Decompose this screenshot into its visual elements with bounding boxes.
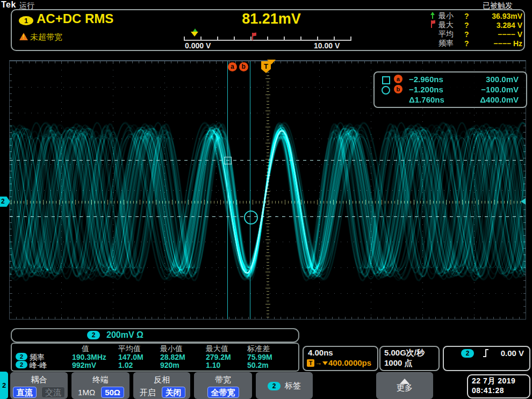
row-channel-badge: 2 xyxy=(16,361,27,368)
measurement-stats: 最小 ? 36.93mV 最大 ? 3.284 V 平均 ? −−−− V 频率… xyxy=(430,11,522,48)
stat-row-max: 最大 ? 3.284 V xyxy=(430,20,522,30)
range-scale-line xyxy=(184,40,351,41)
table-cell: 28.82M xyxy=(160,353,185,361)
sample-rate-value: 5.00G次/秒 xyxy=(384,348,425,358)
channel-2-badge[interactable]: 2 xyxy=(87,331,100,339)
cursor-readout-box: a −2.960ns 300.0mV b −1.200ns −100.0mV Δ… xyxy=(373,71,527,108)
table-cell: 50.2m xyxy=(247,361,269,369)
menu-title: 更多 xyxy=(397,383,413,393)
cursor-b-vertical-line[interactable] xyxy=(250,61,250,319)
cursor-a-vertical-line[interactable] xyxy=(227,61,228,319)
warning-text: 未超带宽 xyxy=(30,32,62,42)
menu-title: 耦合 xyxy=(10,375,68,385)
table-cell: 920m xyxy=(160,361,179,369)
stat-value: 36.93mV xyxy=(473,12,522,20)
label-channel-badge: 2 xyxy=(268,382,281,390)
trigger-delay-readout: T → 400.0000ps xyxy=(307,358,371,367)
stat-value: 3.284 V xyxy=(473,21,522,30)
horizontal-scale-value: 4.00ns xyxy=(308,348,333,357)
channel-scale-bar[interactable]: 2 200mV Ω xyxy=(11,328,299,343)
right-arrow-icon: → xyxy=(315,359,322,367)
range-min-label: 0.000 V xyxy=(185,41,211,50)
trigger-source-badge: 2 xyxy=(461,349,474,358)
cursor-b-time: −1.200ns xyxy=(409,85,443,94)
menu-button-bandwidth[interactable]: 带宽 全带宽 xyxy=(194,372,252,399)
rising-edge-icon xyxy=(483,349,489,360)
menu-button-more[interactable]: 更多 xyxy=(376,372,433,399)
trigger-settings-box[interactable]: 2 0.00 V xyxy=(443,346,530,371)
circle-marker-icon xyxy=(382,86,390,95)
cursor-b-horizontal-line[interactable] xyxy=(10,216,526,217)
cursor-a-badge-small: a xyxy=(394,75,402,83)
cursor-a-row: a −2.960ns 300.0mV xyxy=(375,74,526,84)
cursor-b-badge[interactable]: b xyxy=(239,62,248,71)
cursor-b-badge-small: b xyxy=(394,85,402,93)
horizontal-scale-box[interactable]: 4.00ns T → 400.0000ps xyxy=(303,346,378,371)
measurement-value: 81.21mV xyxy=(175,11,368,27)
stat-question: ? xyxy=(464,30,473,39)
cursor-a-square-handle[interactable] xyxy=(224,157,232,164)
menu-title: 反相 xyxy=(133,375,190,385)
trigger-level-value: 0.00 V xyxy=(501,349,524,358)
option-dc[interactable]: 直流 xyxy=(13,387,37,398)
value-marker-icon xyxy=(191,32,198,37)
table-cell: 1.02 xyxy=(118,361,133,369)
cursor-a-volt: 300.0mV xyxy=(486,75,519,84)
cursor-a-badge[interactable]: a xyxy=(228,62,237,71)
cursor-a-horizontal-line[interactable] xyxy=(10,160,526,161)
option-1mohm[interactable]: 1MΩ xyxy=(77,387,96,397)
stat-row-mean: 平均 ? −−−− V xyxy=(430,30,522,39)
trigger-t-icon: T xyxy=(307,359,314,367)
date-value: 22 7月 2019 xyxy=(472,376,515,386)
cursor-b-row: b −1.200ns −100.0mV xyxy=(375,84,526,95)
time-value: 08:41:28 xyxy=(472,386,504,395)
stat-row-freq: 频率 ? −−−− Hz xyxy=(430,39,522,48)
datetime-box: 22 7月 2019 08:41:28 xyxy=(467,374,530,398)
cursor-b-circle-handle[interactable] xyxy=(244,211,258,224)
table-cell: 190.3MHz xyxy=(72,353,106,361)
trigger-level-arrow[interactable] xyxy=(521,198,526,205)
warning-exclamation: ! xyxy=(23,34,24,40)
channel-1-badge[interactable]: 1 xyxy=(19,16,33,25)
stat-label: 最小 xyxy=(438,11,464,21)
green-up-arrow-icon xyxy=(430,11,438,21)
row-name-pkpk: 峰-峰 xyxy=(30,361,47,371)
measurement-header-box[interactable]: 1 AC+DC RMS ! 未超带宽 81.21mV 0.000 V 10.00… xyxy=(11,9,525,51)
cursor-b-volt: −100.0mV xyxy=(481,85,519,94)
stat-label: 平均 xyxy=(438,30,464,39)
square-marker-icon xyxy=(382,76,390,84)
table-cell: 279.2M xyxy=(206,353,231,361)
channel-2-position-marker[interactable]: 2 xyxy=(0,197,10,207)
brand-logo: Tek xyxy=(1,0,16,10)
menu-channel-tab[interactable]: 2 xyxy=(0,372,8,399)
stat-value: −−−− V xyxy=(473,30,522,39)
menu-title: 终端 xyxy=(71,375,130,385)
table-cell: 75.99M xyxy=(247,353,272,361)
stat-label: 最大 xyxy=(438,20,464,30)
max-marker-icon xyxy=(251,33,256,40)
down-triangle-icon xyxy=(322,361,328,365)
cursor-delta-row: Δ1.760ns Δ400.0mV xyxy=(375,95,526,105)
measurement-table: 值 平均值 最小值 最大值 标准差 2 频率 190.3MHz 147.0M 2… xyxy=(11,343,299,372)
red-flag-icon xyxy=(430,20,438,30)
acquisition-box[interactable]: 5.00G次/秒 1000 点 xyxy=(379,346,440,371)
stat-question: ? xyxy=(464,39,473,48)
trigger-position-icon[interactable] xyxy=(267,60,276,64)
trigger-delay-value: 400.0000ps xyxy=(328,358,371,367)
option-50ohm[interactable]: 50Ω xyxy=(101,387,124,398)
menu-button-label[interactable]: 2 标签 xyxy=(256,372,313,399)
range-max-label: 10.00 V xyxy=(314,41,340,50)
cursor-a-time: −2.960ns xyxy=(409,75,443,84)
stat-value: −−−− Hz xyxy=(473,39,522,48)
record-length-value: 1000 点 xyxy=(384,358,413,368)
cursor-delta-time: Δ1.760ns xyxy=(409,95,444,104)
stat-question: ? xyxy=(464,21,473,30)
option-on[interactable]: 开启 xyxy=(139,387,157,397)
table-cell: 1.10 xyxy=(206,361,220,369)
menu-button-coupling[interactable]: 耦合 直流 交流 xyxy=(10,372,68,399)
option-ac[interactable]: 交流 xyxy=(41,387,65,398)
menu-button-invert[interactable]: 反相 开启 关闭 xyxy=(133,372,190,399)
menu-button-termination[interactable]: 终端 1MΩ 50Ω xyxy=(71,372,130,399)
option-full-bandwidth[interactable]: 全带宽 xyxy=(207,387,239,398)
option-off[interactable]: 关闭 xyxy=(162,387,185,398)
